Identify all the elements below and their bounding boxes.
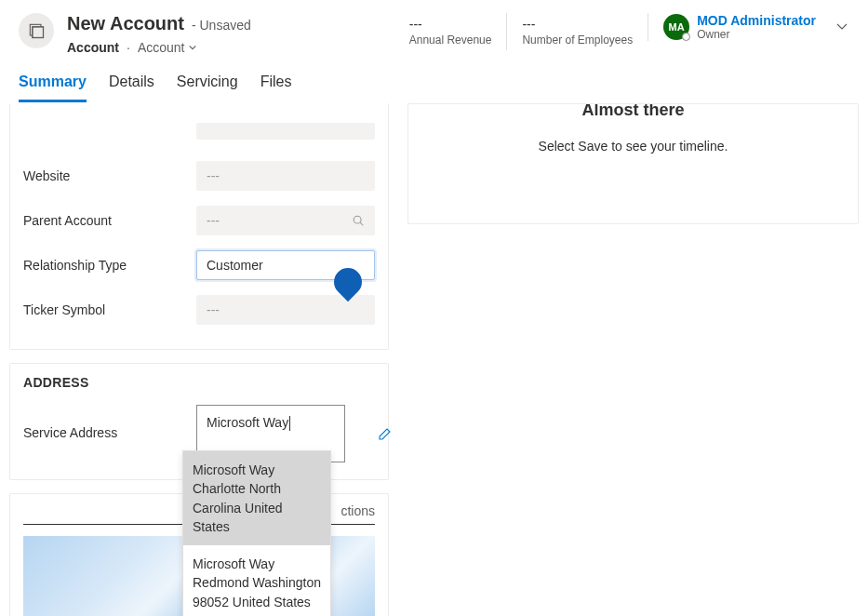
header-owner[interactable]: MA MOD Administrator Owner (648, 13, 816, 41)
breadcrumb-form-label: Account (138, 40, 185, 55)
search-icon (352, 214, 365, 227)
owner-name: MOD Administrator (697, 13, 816, 28)
header-field-num-employees[interactable]: --- Number of Employees (506, 13, 648, 50)
service-address-label: Service Address (23, 405, 196, 440)
tab-files[interactable]: Files (260, 74, 292, 102)
num-employees-label: Number of Employees (522, 33, 633, 47)
title-block: New Account - Unsaved Account · Account (19, 13, 251, 55)
tab-servicing[interactable]: Servicing (177, 74, 238, 102)
main-content: Website --- Parent Account --- (0, 107, 868, 602)
relationship-type-value: Customer (207, 258, 263, 273)
account-icon (27, 21, 46, 40)
num-employees-value: --- (522, 17, 633, 32)
breadcrumb: Account · Account (67, 40, 251, 55)
map-heading-text: ctions (341, 503, 375, 518)
website-value: --- (207, 168, 220, 183)
unsaved-indicator: - Unsaved (192, 18, 251, 33)
pencil-icon (378, 426, 393, 441)
header-field-annual-revenue[interactable]: --- Annual Revenue (394, 13, 507, 50)
tab-details[interactable]: Details (109, 74, 154, 102)
chevron-down-icon (188, 43, 197, 52)
address-autocomplete-dropdown: Microsoft Way Charlotte North Carolina U… (182, 450, 331, 616)
timeline-placeholder-panel: Almost there Select Save to see your tim… (407, 103, 859, 224)
parent-account-value: --- (207, 213, 220, 228)
breadcrumb-form-selector[interactable]: Account (138, 40, 198, 55)
breadcrumb-entity: Account (67, 40, 119, 55)
right-column: Almost there Select Save to see your tim… (407, 107, 859, 602)
parent-account-lookup[interactable]: --- (196, 206, 375, 235)
parent-account-row: Parent Account --- (23, 198, 375, 243)
autocomplete-item[interactable]: Microsoft Way Redmond Washington 98052 U… (183, 545, 330, 616)
service-address-value: Microsoft Way (207, 415, 288, 430)
tab-list: Summary Details Servicing Files (0, 55, 868, 103)
ticker-symbol-label: Ticker Symbol (23, 302, 196, 317)
svg-rect-1 (33, 27, 44, 38)
relationship-type-row: Relationship Type Customer (23, 243, 375, 288)
annual-revenue-label: Annual Revenue (409, 33, 492, 47)
truncated-field-row (23, 109, 375, 154)
truncated-field-input[interactable] (196, 123, 375, 140)
page-header: New Account - Unsaved Account · Account … (0, 0, 868, 55)
svg-line-4 (360, 222, 363, 225)
presence-indicator (682, 33, 690, 41)
header-expand-chevron-icon[interactable] (835, 19, 849, 33)
website-row: Website --- (23, 154, 375, 198)
relationship-type-label: Relationship Type (23, 258, 196, 273)
ticker-symbol-row: Ticker Symbol --- (23, 288, 375, 332)
website-label: Website (23, 168, 196, 183)
ticker-symbol-value: --- (207, 302, 220, 317)
svg-point-3 (354, 216, 361, 223)
text-cursor (289, 416, 290, 431)
address-section-heading: ADDRESS (23, 375, 375, 390)
edit-address-button[interactable] (377, 425, 394, 442)
tab-summary[interactable]: Summary (19, 74, 87, 102)
account-info-card: Website --- Parent Account --- (9, 103, 389, 350)
avatar-initials: MA (669, 21, 685, 33)
timeline-placeholder-subtitle: Select Save to see your timeline. (408, 139, 858, 154)
page-title: New Account (67, 13, 184, 34)
breadcrumb-separator: · (127, 40, 130, 55)
annual-revenue-value: --- (409, 17, 492, 32)
owner-role: Owner (697, 28, 816, 41)
header-right: --- Annual Revenue --- Number of Employe… (394, 13, 849, 50)
avatar: MA (663, 14, 689, 40)
parent-account-label: Parent Account (23, 213, 196, 228)
entity-icon (19, 13, 54, 48)
timeline-placeholder-title: Almost there (408, 103, 858, 120)
website-input[interactable]: --- (196, 161, 375, 191)
autocomplete-item[interactable]: Microsoft Way Charlotte North Carolina U… (183, 451, 330, 545)
